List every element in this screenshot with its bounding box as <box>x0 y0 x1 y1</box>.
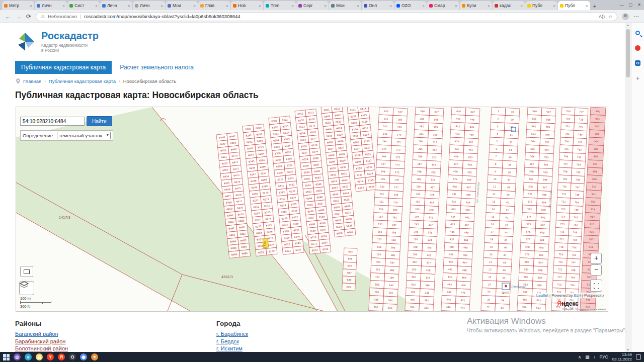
breadcrumb-item[interactable]: Главная <box>23 78 41 84</box>
browser-tab[interactable]: Личн× <box>133 1 165 10</box>
browser-tab[interactable]: Смар× <box>427 1 459 10</box>
browser-tab[interactable]: Глав× <box>198 1 230 10</box>
tab-close-icon[interactable]: × <box>30 4 32 8</box>
sidebar-search-icon[interactable] <box>634 29 641 36</box>
browser-tab[interactable]: Tren× <box>264 1 296 10</box>
tab-close-icon[interactable]: × <box>193 4 196 8</box>
zoom-out-button[interactable]: − <box>591 264 602 276</box>
browser-tab[interactable]: Публ× <box>525 1 557 10</box>
search-button[interactable]: Найти <box>87 116 112 126</box>
window-close-icon[interactable]: ✕ <box>637 3 641 7</box>
tab-close-icon[interactable]: × <box>291 4 294 8</box>
tab-close-icon[interactable]: × <box>357 4 359 8</box>
tab-close-icon[interactable]: × <box>226 4 228 8</box>
forward-icon[interactable]: → <box>16 13 22 20</box>
url-field[interactable]: ⚠ Небезопасно | roscadastr.com/map/novos… <box>36 12 617 21</box>
explorer-icon[interactable]: ▤ <box>36 353 43 360</box>
tab-close-icon[interactable]: × <box>455 4 457 8</box>
svg-text:586: 586 <box>522 306 527 308</box>
edge-icon[interactable]: e <box>25 353 32 360</box>
browser-tab[interactable]: Серг× <box>296 1 329 10</box>
read-aloud-icon[interactable]: A)) <box>599 14 605 19</box>
tab-close-icon[interactable]: × <box>160 4 163 8</box>
tab-close-icon[interactable]: × <box>422 4 425 8</box>
cortana-icon[interactable]: ◎ <box>14 353 21 360</box>
window-minimize-icon[interactable]: — <box>620 3 624 7</box>
tab-close-icon[interactable]: × <box>324 4 327 8</box>
notification-center-icon[interactable] <box>636 354 641 359</box>
favorite-star-icon[interactable]: ☆ <box>608 14 612 19</box>
footer-link[interactable]: г. Барабинск <box>216 331 248 337</box>
leaflet-link[interactable]: Leaflet <box>536 293 548 298</box>
breadcrumb-item[interactable]: Новосибирская область <box>123 78 177 84</box>
security-label[interactable]: Небезопасно <box>48 14 77 19</box>
browser-menu-icon[interactable]: ⋯ <box>633 13 639 20</box>
browser-tab[interactable]: Мои× <box>329 1 361 10</box>
svg-text:715: 715 <box>560 223 565 225</box>
profile-avatar[interactable] <box>622 13 629 20</box>
yandex-copyright[interactable]: © Яндекс Условия использования <box>562 308 606 311</box>
browser-tab[interactable]: Метр× <box>2 1 34 10</box>
taskbar-clock[interactable]: 13:4903.11.2022 <box>612 352 632 361</box>
footer-link[interactable]: Баганский район <box>15 331 68 337</box>
opera-icon[interactable]: O <box>69 353 76 360</box>
tab-close-icon[interactable]: × <box>488 4 490 8</box>
footer-link[interactable]: Болотнинский район <box>15 345 68 351</box>
zoom-in-button[interactable]: + <box>591 253 602 264</box>
esri-link[interactable]: Esri <box>574 293 581 298</box>
fullscreen-button[interactable] <box>590 280 602 292</box>
page-scrollbar[interactable]: ▲ ▼ <box>625 23 631 352</box>
footer-link[interactable]: г. Искитим <box>216 345 248 351</box>
scroll-down-icon[interactable]: ▼ <box>625 348 631 351</box>
yandex-browser-icon[interactable]: Y <box>47 353 54 360</box>
yandex-icon[interactable]: Я <box>58 353 65 360</box>
new-tab-button[interactable]: + <box>591 2 599 10</box>
select-area-button[interactable] <box>20 266 33 277</box>
footer-link[interactable]: г. Бердск <box>216 338 248 344</box>
breadcrumb-item[interactable]: Публичная кадастровая карта <box>49 78 116 84</box>
chrome-icon[interactable]: ◉ <box>80 353 87 360</box>
tab-close-icon[interactable]: × <box>95 4 98 8</box>
volume-icon[interactable]: ♪ <box>593 354 595 359</box>
tab-close-icon[interactable]: × <box>128 4 130 8</box>
tray-expand-icon[interactable]: ∧ <box>578 354 581 359</box>
scroll-up-icon[interactable]: ▲ <box>625 24 631 27</box>
scrollbar-thumb[interactable] <box>626 29 630 77</box>
browser-tab[interactable]: Онл× <box>362 1 394 10</box>
browser-tab[interactable]: Мои× <box>166 1 198 10</box>
browser-tab[interactable]: Личн× <box>100 1 132 10</box>
site-logo-title[interactable]: Роскадастр <box>41 30 99 42</box>
tab-land-tax-calc[interactable]: Расчет земельного налога <box>120 64 194 71</box>
tab-close-icon[interactable]: × <box>586 4 588 8</box>
tab-close-icon[interactable]: × <box>553 4 555 8</box>
sidebar-office-icon[interactable]: O <box>634 59 641 66</box>
layers-button[interactable] <box>19 281 34 295</box>
tab-close-icon[interactable]: × <box>520 4 523 8</box>
browser-tab[interactable]: Публ× <box>558 1 590 10</box>
refresh-icon[interactable]: ⟳ <box>26 13 31 20</box>
tab-close-icon[interactable]: × <box>389 4 392 8</box>
browser-tab[interactable]: Личн× <box>35 1 67 10</box>
tab-close-icon[interactable]: × <box>62 4 65 8</box>
mediaget-icon[interactable]: ▼ <box>91 353 98 360</box>
start-button[interactable] <box>3 354 10 360</box>
browser-tab[interactable]: Нов× <box>231 1 263 10</box>
cadastral-search-input[interactable] <box>20 117 85 126</box>
cadastral-map[interactable]: 6448644964506451645264536454645564566457… <box>16 107 608 312</box>
yandex-logo[interactable]: Яндекс <box>557 300 579 307</box>
back-icon[interactable]: ← <box>5 13 11 20</box>
network-icon[interactable]: ▦ <box>585 354 589 359</box>
browser-tab[interactable]: кадас× <box>493 1 525 10</box>
tab-public-cadastral-map[interactable]: Публичная кадастровая карта <box>15 61 112 74</box>
browser-tab[interactable]: Купи× <box>460 1 492 10</box>
sidebar-shopping-icon[interactable] <box>634 44 641 51</box>
sidebar-add-icon[interactable]: + <box>634 74 641 81</box>
browser-tab[interactable]: Сист× <box>67 1 100 10</box>
browser-tab[interactable]: OZO× <box>394 1 427 10</box>
url-text[interactable]: roscadastr.com/map/novosibirskaya-oblast… <box>84 14 596 19</box>
tab-close-icon[interactable]: × <box>259 4 261 8</box>
language-indicator[interactable]: РУС <box>600 354 608 359</box>
footer-link[interactable]: Барабинский район <box>15 338 68 344</box>
definition-select[interactable]: земельный участок ▾ <box>57 132 111 139</box>
window-maximize-icon[interactable]: ▢ <box>629 3 633 7</box>
